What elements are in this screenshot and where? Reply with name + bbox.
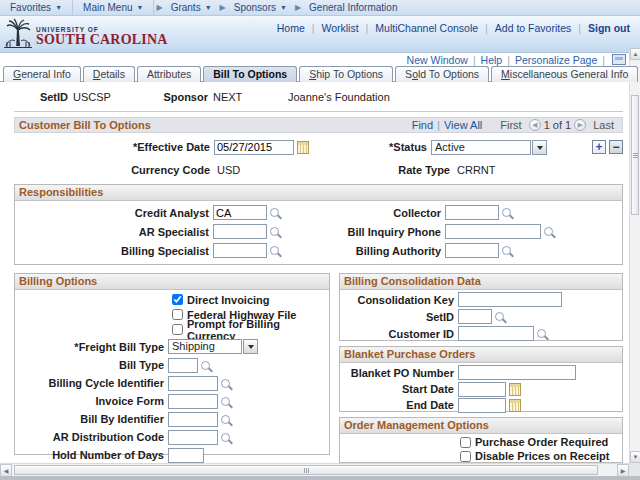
bill-by-identifier-label: Bill By Identifier — [15, 413, 168, 425]
lookup-icon[interactable] — [502, 208, 511, 217]
favorites-menu[interactable]: Favorites ▼ — [0, 0, 73, 16]
new-window-link[interactable]: New Window — [407, 54, 468, 66]
ar-specialist-input[interactable] — [213, 224, 267, 239]
horizontal-scrollbar[interactable]: ◀ ▶ — [0, 463, 629, 476]
effective-date-input[interactable] — [214, 140, 294, 155]
currency-row: Currency Code USD Rate Type CRRNT — [14, 159, 623, 181]
order-management-groupbox: Order Management Options Purchase Order … — [339, 417, 623, 463]
invoice-form-input[interactable] — [168, 394, 218, 409]
bill-inquiry-phone-input[interactable] — [445, 224, 541, 239]
prompt-billing-currency-checkbox[interactable] — [172, 324, 183, 335]
left-column: Billing Options Direct Invoicing Federal… — [14, 273, 330, 463]
bill-type-input[interactable] — [168, 358, 198, 373]
calendar-icon[interactable] — [509, 383, 521, 396]
breadcrumb-grants[interactable]: Grants ▼ — [165, 2, 218, 13]
lookup-icon[interactable] — [221, 397, 230, 406]
find-link[interactable]: Find — [412, 119, 433, 131]
federal-highway-file-checkbox[interactable] — [172, 309, 183, 320]
lookup-icon[interactable] — [502, 246, 511, 255]
billing-authority-input[interactable] — [445, 243, 499, 258]
tab-ship-to-options[interactable]: Ship To Options — [299, 66, 393, 82]
tab-miscellaneous-general-info[interactable]: Miscellaneous General Info — [491, 66, 638, 82]
bill-by-identifier-input[interactable] — [168, 412, 218, 427]
lookup-icon[interactable] — [495, 312, 504, 321]
scroll-area-nav: Find | View All First ◀ 1 of 1 ▶ Last — [412, 119, 618, 131]
breadcrumb-sponsors-label: Sponsors — [234, 2, 276, 13]
freight-bill-type-dropdown[interactable]: Shipping — [168, 339, 258, 354]
lookup-icon[interactable] — [544, 227, 553, 236]
scroll-down-button[interactable]: ▼ — [630, 451, 640, 463]
consolidation-setid-input[interactable] — [458, 309, 492, 324]
tab-attributes[interactable]: Attributes — [137, 66, 201, 82]
credit-analyst-input[interactable] — [213, 205, 267, 220]
worklist-link[interactable]: Worklist — [321, 22, 358, 34]
billing-cycle-identifier-input[interactable] — [168, 376, 218, 391]
field-row: SetID — [340, 308, 622, 325]
end-date-label: End Date — [340, 399, 458, 411]
start-date-label: Start Date — [340, 383, 458, 395]
breadcrumb-current-page: General Information — [303, 2, 403, 13]
tab-label: etails — [100, 68, 125, 80]
personalize-page-link[interactable]: Personalize Page — [515, 54, 597, 66]
link-separator: | — [366, 22, 369, 34]
tab-general-info[interactable]: General Info — [3, 66, 81, 82]
link-separator: | — [507, 54, 510, 66]
link-separator: | — [437, 119, 440, 131]
previous-row-button[interactable]: ◀ — [529, 119, 541, 131]
collector-input[interactable] — [445, 205, 499, 220]
two-column-area: Billing Options Direct Invoicing Federal… — [14, 273, 623, 463]
lookup-icon[interactable] — [270, 227, 279, 236]
lookup-icon[interactable] — [270, 208, 279, 217]
lookup-icon[interactable] — [201, 361, 210, 370]
tab-bill-to-options[interactable]: Bill To Options — [203, 66, 297, 82]
calendar-icon[interactable] — [509, 399, 521, 412]
horizontal-scroll-thumb[interactable] — [14, 465, 598, 475]
calendar-icon[interactable] — [297, 141, 309, 154]
purchase-order-required-checkbox[interactable] — [460, 437, 471, 448]
consolidation-key-input[interactable] — [458, 292, 562, 307]
multichannel-console-link[interactable]: MultiChannel Console — [375, 22, 478, 34]
status-dropdown[interactable]: Active — [431, 140, 547, 155]
lookup-icon[interactable] — [221, 379, 230, 388]
add-row-button[interactable]: + — [592, 140, 606, 154]
lookup-icon[interactable] — [537, 329, 546, 338]
direct-invoicing-checkbox[interactable] — [172, 294, 183, 305]
home-link[interactable]: Home — [277, 22, 305, 34]
tab-sold-to-options[interactable]: Sold To Options — [395, 66, 489, 82]
dropdown-arrow-icon[interactable] — [243, 339, 258, 354]
hold-number-of-days-label: Hold Number of Days — [15, 449, 168, 461]
scroll-up-button[interactable]: ▲ — [630, 48, 640, 60]
blanket-po-number-input[interactable] — [458, 365, 576, 380]
add-to-favorites-link[interactable]: Add to Favorites — [495, 22, 571, 34]
view-all-link[interactable]: View All — [444, 119, 482, 131]
customer-id-input[interactable] — [458, 326, 534, 341]
link-separator: | — [602, 54, 605, 66]
dropdown-arrow-icon[interactable] — [532, 140, 547, 155]
vertical-scroll-thumb[interactable] — [631, 95, 639, 215]
ar-distribution-code-input[interactable] — [168, 430, 218, 445]
lookup-icon[interactable] — [221, 433, 230, 442]
lookup-icon[interactable] — [221, 415, 230, 424]
utility-links-row: New Window | Help | Personalize Page | — [0, 53, 626, 66]
hold-number-of-days-input[interactable] — [168, 448, 204, 463]
lookup-icon[interactable] — [270, 246, 279, 255]
http-window-icon[interactable] — [612, 54, 626, 65]
breadcrumb-sponsors[interactable]: Sponsors ▼ — [228, 2, 293, 13]
help-link[interactable]: Help — [481, 54, 503, 66]
consolidation-key-label: Consolidation Key — [340, 294, 458, 306]
main-menu[interactable]: Main Menu ▼ — [73, 0, 154, 16]
tab-details[interactable]: Details — [83, 66, 135, 82]
peoplesoft-window: Favorites ▼ Main Menu ▼ ▶ Grants ▼ ▶ Spo… — [0, 0, 640, 480]
divider — [14, 111, 623, 112]
sign-out-link[interactable]: Sign out — [588, 22, 630, 34]
billing-specialist-input[interactable] — [213, 243, 267, 258]
delete-row-button[interactable]: − — [609, 140, 623, 154]
tab-label: Bill To Options — [213, 68, 287, 80]
start-date-input[interactable] — [458, 382, 506, 397]
end-date-input[interactable] — [458, 398, 506, 413]
freight-bill-type-label: *Freight Bill Type — [15, 341, 168, 353]
disable-prices-on-receipt-checkbox[interactable] — [460, 451, 471, 462]
sponsor-name-value: Joanne's Foundation — [280, 91, 390, 103]
vertical-scrollbar[interactable]: ▲ ▼ — [629, 48, 640, 463]
next-row-button[interactable]: ▶ — [574, 119, 586, 131]
